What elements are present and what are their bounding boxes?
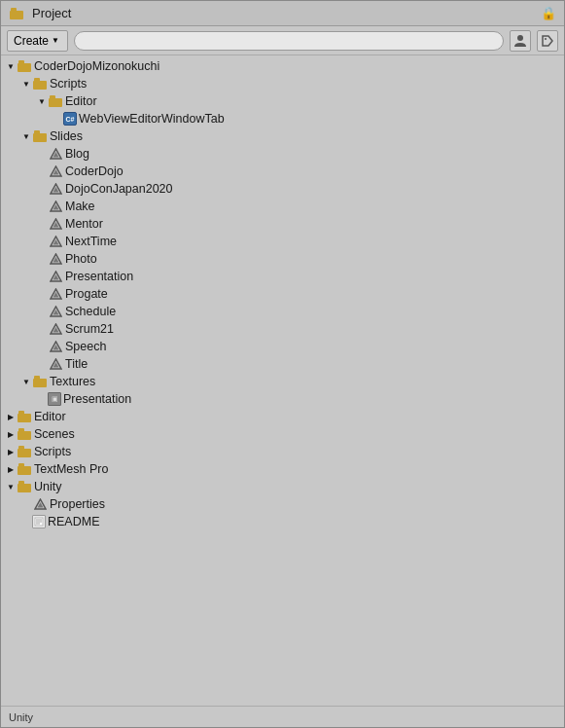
tree-item-presentation[interactable]: Presentation (1, 268, 564, 285)
icon-textMeshPro (17, 461, 32, 477)
tree-item-scripts[interactable]: ▼Scripts (1, 75, 564, 92)
arrow-textures: ▼ (20, 376, 32, 387)
tree-item-title[interactable]: Title (1, 355, 564, 373)
icon-coderDojo (17, 58, 32, 74)
create-button[interactable]: Create ▼ (7, 30, 68, 52)
tree-item-editor[interactable]: ▼Editor (1, 92, 564, 110)
label-presentationTexture: Presentation (63, 393, 131, 406)
svg-rect-0 (10, 11, 23, 19)
tree-item-speech[interactable]: Speech (1, 338, 564, 355)
icon-title (48, 356, 63, 372)
tree-item-make[interactable]: Make (1, 198, 564, 215)
arrow-nextTime (36, 236, 48, 247)
title-bar-controls: 🔒 (541, 6, 556, 20)
label-speech: Speech (65, 341, 106, 353)
tree-item-schedule[interactable]: Schedule (1, 303, 564, 320)
tree-item-progate[interactable]: Progate (1, 285, 564, 303)
tree-item-editor2[interactable]: ▶Editor (1, 408, 564, 425)
tree-item-scrum21[interactable]: Scrum21 (1, 320, 564, 338)
arrow-photo (36, 253, 48, 265)
bottom-bar: Unity (1, 706, 564, 727)
label-mentor: Mentor (65, 218, 103, 231)
icon-schedule (48, 304, 63, 319)
label-scrum21: Scrum21 (65, 323, 114, 336)
person-icon (513, 34, 527, 48)
arrow-blog (36, 148, 48, 160)
label-progate: Progate (65, 288, 108, 301)
arrow-presentation (36, 271, 48, 282)
label-scenes: Scenes (34, 428, 75, 441)
icon-presentationTexture: ▣ (48, 392, 61, 406)
icon-scripts2 (17, 444, 32, 459)
arrow-scrum21 (36, 323, 48, 335)
label-scripts: Scripts (50, 78, 87, 91)
tree-item-scripts2[interactable]: ▶Scripts (1, 443, 564, 460)
arrow-editor: ▼ (36, 95, 48, 107)
tag-icon-btn[interactable] (537, 30, 558, 52)
label-coderDojo: CoderDojoMizonokuchi (34, 60, 159, 73)
arrow-title (36, 358, 48, 370)
tag-icon (541, 34, 554, 48)
icon-progate (48, 286, 63, 302)
tree-item-dojoConJapan[interactable]: DojoConJapan2020 (1, 180, 564, 198)
tree-item-readme[interactable]: README (1, 513, 564, 530)
search-input[interactable] (74, 31, 504, 51)
svg-rect-4 (18, 63, 31, 72)
tree-item-properties[interactable]: Properties (1, 495, 564, 513)
tree-item-mentor[interactable]: Mentor (1, 215, 564, 233)
label-coderDojoItem: CoderDojo (65, 165, 124, 178)
svg-rect-42 (18, 431, 31, 440)
arrow-speech (36, 341, 48, 352)
tree-item-textMeshPro[interactable]: ▶TextMesh Pro (1, 460, 564, 478)
arrow-scripts2: ▶ (5, 446, 17, 457)
svg-rect-43 (18, 428, 24, 432)
icon-webViewEditor: C# (63, 112, 77, 126)
icon-speech (48, 339, 63, 354)
svg-rect-1 (11, 8, 17, 12)
tree-item-photo[interactable]: Photo (1, 250, 564, 268)
window-icon (9, 6, 24, 21)
tree-item-unity[interactable]: ▼Unity (1, 478, 564, 495)
svg-rect-48 (18, 484, 31, 492)
icon-photo (48, 251, 63, 267)
arrow-scripts: ▼ (20, 78, 32, 90)
arrow-dojoConJapan (36, 183, 48, 195)
tree-item-coderDojo[interactable]: ▼CoderDojoMizonokuchi (1, 57, 564, 75)
person-icon-btn[interactable] (510, 30, 531, 52)
tree-item-slides[interactable]: ▼Slides (1, 127, 564, 145)
label-textMeshPro: TextMesh Pro (34, 463, 108, 476)
label-presentation: Presentation (65, 271, 133, 283)
tree-item-presentationTexture[interactable]: ▣Presentation (1, 390, 564, 408)
tree-item-scenes[interactable]: ▶Scenes (1, 425, 564, 443)
arrow-mentor (36, 218, 48, 230)
toolbar: Create ▼ (1, 26, 564, 55)
icon-scripts (32, 76, 48, 91)
lock-icon[interactable]: 🔒 (541, 6, 556, 20)
tree-item-webViewEditor[interactable]: C#WebViewEditorWindowTab (1, 110, 564, 127)
tree-item-nextTime[interactable]: NextTime (1, 233, 564, 250)
icon-coderDojoItem (48, 164, 63, 179)
label-textures: Textures (50, 376, 95, 388)
label-readme: README (48, 516, 99, 528)
svg-rect-8 (49, 98, 62, 107)
tree-item-textures[interactable]: ▼Textures (1, 373, 564, 390)
create-label: Create (14, 34, 49, 48)
project-tree: ▼CoderDojoMizonokuchi▼Scripts▼EditorC#We… (1, 55, 564, 706)
svg-rect-44 (18, 449, 31, 457)
label-editor2: Editor (34, 411, 66, 423)
label-scripts2: Scripts (34, 446, 71, 458)
window-title: Project (32, 6, 71, 20)
svg-point-3 (545, 38, 547, 40)
icon-textures (32, 374, 48, 389)
svg-rect-39 (34, 376, 40, 380)
icon-slides (32, 128, 48, 144)
arrow-presentationTexture (36, 393, 48, 405)
arrow-readme (20, 516, 32, 528)
svg-rect-49 (18, 481, 24, 485)
tree-item-blog[interactable]: Blog (1, 145, 564, 163)
tree-item-coderDojoItem[interactable]: CoderDojo (1, 163, 564, 180)
title-bar: Project 🔒 (1, 1, 564, 26)
svg-rect-40 (18, 414, 31, 422)
icon-scrum21 (48, 321, 63, 337)
arrow-coderDojoItem (36, 165, 48, 177)
